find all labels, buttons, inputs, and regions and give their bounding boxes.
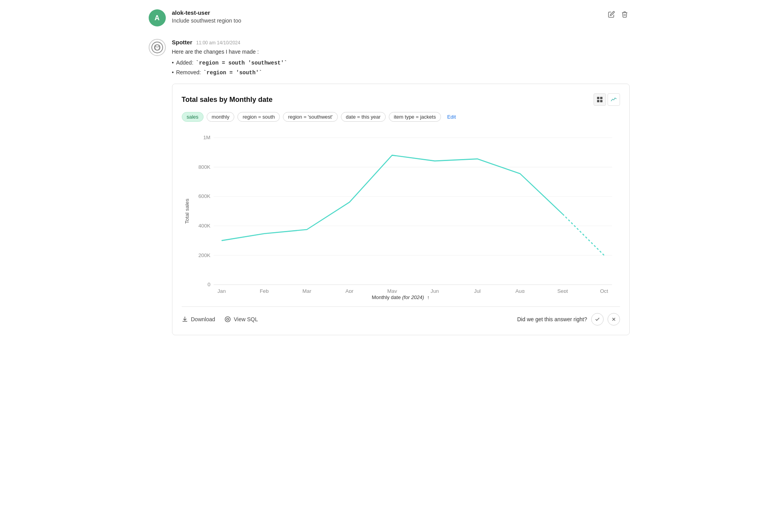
tag-region-south[interactable]: region = south xyxy=(237,112,280,122)
chart-view-toggle xyxy=(594,93,620,106)
tag-monthly[interactable]: monthly xyxy=(207,112,235,122)
svg-text:800K: 800K xyxy=(198,164,210,170)
svg-point-29 xyxy=(225,317,230,322)
spotter-message-block: Spotter 11:00 am 14/10/2024 Here are the… xyxy=(149,39,630,335)
svg-point-30 xyxy=(227,318,228,320)
spotter-intro-text: Here are the changes I have made : xyxy=(172,49,630,55)
chart-card: Total sales by Monthly date xyxy=(172,84,630,335)
user-avatar: A xyxy=(149,9,166,26)
download-button[interactable]: Download xyxy=(182,316,215,322)
change-item-2: Removed: `region = 'south'` xyxy=(172,69,630,76)
svg-line-28 xyxy=(562,214,604,255)
change-item-1: Added: `region = south 'southwest'` xyxy=(172,60,630,66)
x-axis-label: Monthly date (for 2024) ↑ xyxy=(182,294,620,300)
changes-list: Added: `region = south 'southwest'` Remo… xyxy=(172,60,630,76)
spotter-avatar xyxy=(149,39,166,56)
svg-text:Aug: Aug xyxy=(515,288,525,293)
svg-text:0: 0 xyxy=(207,282,210,287)
svg-text:600K: 600K xyxy=(198,193,210,199)
chart-header: Total sales by Monthly date xyxy=(182,93,620,106)
tag-item-type-jackets[interactable]: item type = jackets xyxy=(389,112,441,122)
svg-text:1M: 1M xyxy=(203,135,210,140)
user-message-text: Include southwest region too xyxy=(172,18,600,24)
feedback-area: Did we get this answer right? xyxy=(517,313,620,326)
tag-region-southwest[interactable]: region = 'southwest' xyxy=(283,112,337,122)
spotter-name: Spotter xyxy=(172,39,193,46)
line-chart: 1M 800K 600K 400K 200K 0 Total sales Jan… xyxy=(182,130,620,293)
view-sql-button[interactable]: View SQL xyxy=(225,316,258,322)
svg-rect-3 xyxy=(597,100,599,102)
table-view-button[interactable] xyxy=(594,93,606,106)
spotter-content: Spotter 11:00 am 14/10/2024 Here are the… xyxy=(172,39,630,335)
svg-text:Sept: Sept xyxy=(557,288,568,293)
feedback-no-button[interactable] xyxy=(608,313,620,326)
svg-text:Mar: Mar xyxy=(302,288,311,293)
user-name: alok-test-user xyxy=(172,9,600,16)
spotter-header: Spotter 11:00 am 14/10/2024 xyxy=(172,39,630,46)
svg-rect-1 xyxy=(597,97,599,99)
svg-text:Oct: Oct xyxy=(600,288,608,293)
user-action-buttons xyxy=(606,9,630,19)
svg-rect-4 xyxy=(600,100,602,102)
spotter-timestamp: 11:00 am 14/10/2024 xyxy=(196,40,240,46)
svg-text:Jun: Jun xyxy=(430,288,439,293)
svg-text:Feb: Feb xyxy=(260,288,269,293)
svg-text:Jul: Jul xyxy=(474,288,481,293)
feedback-yes-button[interactable] xyxy=(591,313,604,326)
edit-filters-button[interactable]: Edit xyxy=(444,112,459,121)
chart-view-button[interactable] xyxy=(608,93,620,106)
svg-text:200K: 200K xyxy=(198,252,210,258)
feedback-question: Did we get this answer right? xyxy=(517,316,587,322)
svg-text:Total sales: Total sales xyxy=(184,199,190,224)
edit-button[interactable] xyxy=(606,9,616,19)
svg-rect-2 xyxy=(600,97,602,99)
tag-sales[interactable]: sales xyxy=(182,112,204,122)
svg-text:May: May xyxy=(387,288,397,293)
svg-text:Jan: Jan xyxy=(217,288,225,293)
delete-button[interactable] xyxy=(620,9,630,19)
bottom-bar: Download View SQL Did we get this answer… xyxy=(182,306,620,326)
tag-date-this-year[interactable]: date = this year xyxy=(341,112,386,122)
svg-text:400K: 400K xyxy=(198,223,210,229)
user-message-content: alok-test-user Include southwest region … xyxy=(172,9,600,24)
user-message-block: A alok-test-user Include southwest regio… xyxy=(149,9,630,26)
svg-text:Apr: Apr xyxy=(345,288,353,293)
chart-area: 1M 800K 600K 400K 200K 0 Total sales Jan… xyxy=(182,130,620,293)
filter-tags: sales monthly region = south region = 's… xyxy=(182,112,620,122)
chart-title: Total sales by Monthly date xyxy=(182,96,273,104)
bottom-action-buttons: Download View SQL xyxy=(182,316,258,322)
